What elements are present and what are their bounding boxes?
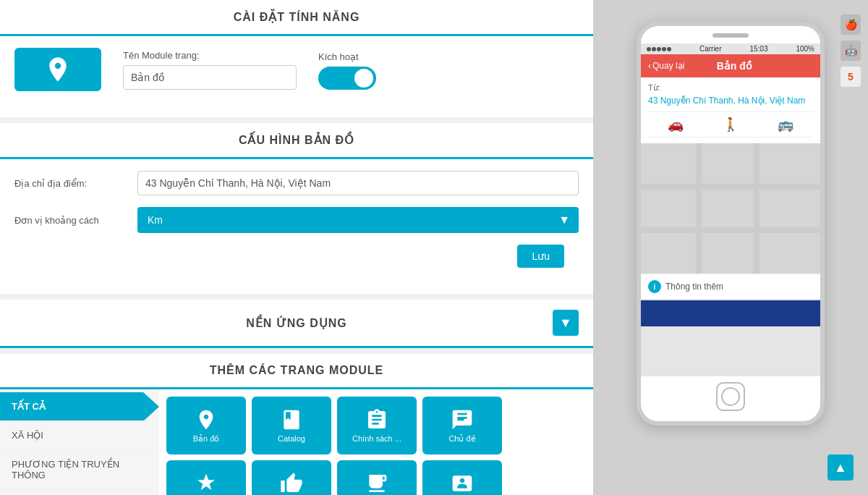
- phone-map-area: [641, 143, 820, 274]
- module-chat-icon: [451, 408, 474, 431]
- home-circle-icon: [721, 387, 740, 406]
- phone-carrier: Carrier: [699, 45, 722, 53]
- nen-header: NỀN ỨNG DỤNG ▼: [0, 300, 593, 348]
- module-catalog[interactable]: Catalog: [252, 397, 331, 454]
- cau-hinh-body: Địa chỉ địa điểm: Đơn vị khoảng cách Km …: [0, 159, 593, 279]
- map-pin-icon: [43, 55, 72, 84]
- don-vi-select-wrapper: Km Miles ▼: [137, 207, 579, 233]
- modules-grid: Bản đồ Catalog Chính sách ...: [159, 389, 593, 495]
- phone-nav-title: Bản đồ: [717, 60, 752, 72]
- phone-battery: 100%: [796, 45, 814, 53]
- phone-content: Từ: 43 Nguyễn Chí Thanh, Hà Nội, Việt Na…: [641, 77, 820, 143]
- kich-hoat-field: Kích hoạt: [318, 51, 376, 90]
- module-chinh-sach[interactable]: Chính sách ...: [337, 397, 417, 454]
- sidebar-item-tat-ca[interactable]: TẤT CẢ: [0, 392, 159, 421]
- nen-title: NỀN ỨNG DỤNG: [41, 316, 553, 330]
- cai-dat-header: CÀI ĐẶT TÍNH NĂNG: [0, 0, 593, 36]
- don-vi-select[interactable]: Km Miles: [137, 207, 579, 233]
- them-title: THÊM CÁC TRANG MODULE: [210, 364, 384, 376]
- them-header: THÊM CÁC TRANG MODULE: [0, 354, 593, 389]
- module-cong-cu-tin[interactable]: Công cụ ti...: [252, 460, 331, 495]
- module-map-icon: [195, 408, 218, 431]
- map-module-icon-button[interactable]: [14, 48, 101, 91]
- cai-dat-title: CÀI ĐẶT TÍNH NĂNG: [234, 11, 360, 23]
- sidebar-item-phuong-tien[interactable]: PHƯƠNG TIỆN TRUYỀN THÔNG: [0, 450, 159, 490]
- back-chevron-icon: ‹: [648, 61, 651, 71]
- phone-speaker: [712, 33, 749, 38]
- sidebar-item-xa-hoi[interactable]: XÃ HỘI: [0, 421, 159, 450]
- cau-hinh-header: CẤU HÌNH BẢN ĐỒ: [0, 123, 593, 159]
- kich-hoat-toggle[interactable]: [318, 67, 376, 90]
- phone-mockup: Carrier 15:03 100% ‹ Quay lại Bản đồ Từ:…: [637, 22, 825, 426]
- module-sidebar: TẤT CẢ XÃ HỘI PHƯƠNG TIỆN TRUYỀN THÔNG L…: [0, 389, 159, 495]
- module-dong-thoi-gian[interactable]: Dòng thời gian: [337, 460, 417, 495]
- dia-chi-row: Địa chỉ địa điểm:: [14, 171, 579, 195]
- module-name-input[interactable]: [123, 65, 297, 90]
- module-thumbup-icon: [280, 472, 303, 495]
- phone-screen: Carrier 15:03 100% ‹ Quay lại Bản đồ Từ:…: [641, 43, 820, 376]
- luu-btn-row: Lưu: [14, 245, 579, 268]
- bus-icon[interactable]: 🚌: [778, 117, 793, 132]
- phone-address: 43 Nguyễn Chí Thanh, Hà Nội, Việt Nam: [648, 96, 813, 106]
- phone-info-text: Thông tin thêm: [665, 282, 723, 292]
- module-catalog-label: Catalog: [278, 434, 305, 443]
- html5-icon[interactable]: 5: [841, 67, 861, 87]
- module-dong-tin-tuc[interactable]: Dòng Tin tức: [422, 460, 502, 495]
- don-vi-label: Đơn vị khoảng cách: [14, 215, 130, 226]
- module-book-icon: [280, 408, 303, 431]
- side-icons: 🍎 🤖 5: [841, 14, 861, 87]
- phone-info-bar: i Thông tin thêm: [641, 274, 820, 299]
- module-chu-de-label: Chủ đề: [448, 434, 475, 444]
- module-ban-do-label: Bản đồ: [193, 434, 220, 444]
- phone-transport-icons: 🚗 🚶 🚌: [648, 111, 813, 138]
- left-panel: CÀI ĐẶT TÍNH NĂNG Tên Module trang: Kích…: [0, 0, 593, 495]
- phone-back-button[interactable]: ‹ Quay lại: [648, 61, 684, 71]
- signal-dots: [647, 47, 671, 51]
- phone-time: 15:03: [749, 45, 767, 53]
- module-chinh-sach-label: Chính sách ...: [352, 434, 401, 443]
- module-medal-icon: [195, 472, 218, 495]
- phone-nav-bar: ‹ Quay lại Bản đồ: [641, 54, 820, 77]
- cai-dat-section: CÀI ĐẶT TÍNH NĂNG Tên Module trang: Kích…: [0, 0, 593, 117]
- dia-chi-label: Địa chỉ địa điểm:: [14, 178, 130, 189]
- luu-button[interactable]: Lưu: [517, 245, 564, 268]
- kich-hoat-label: Kích hoạt: [318, 51, 376, 62]
- walk-icon[interactable]: 🚶: [723, 117, 739, 132]
- them-section: THÊM CÁC TRANG MODULE TẤT CẢ XÃ HỘI PHƯƠ…: [0, 354, 593, 495]
- phone-home-button[interactable]: [716, 382, 745, 411]
- scroll-to-top-button[interactable]: ▲: [827, 454, 854, 481]
- module-ban-do[interactable]: Bản đồ: [166, 397, 246, 454]
- car-icon[interactable]: 🚗: [668, 117, 684, 132]
- them-body: TẤT CẢ XÃ HỘI PHƯƠNG TIỆN TRUYỀN THÔNG L…: [0, 389, 593, 495]
- info-icon: i: [648, 280, 661, 293]
- phone-from-label: Từ:: [648, 83, 813, 93]
- nen-chevron-button[interactable]: ▼: [553, 310, 579, 336]
- module-clipboard-icon: [365, 408, 388, 431]
- cau-hinh-section: CẤU HÌNH BẢN ĐỒ Địa chỉ địa điểm: Đơn vị…: [0, 123, 593, 294]
- module-newspaper-icon: [365, 472, 388, 495]
- don-vi-row: Đơn vị khoảng cách Km Miles ▼: [14, 207, 579, 233]
- svg-rect-0: [641, 143, 820, 274]
- phone-blue-bar: [641, 300, 820, 326]
- cai-dat-body: Tên Module trang: Kích hoạt: [0, 36, 593, 103]
- right-panel: Carrier 15:03 100% ‹ Quay lại Bản đồ Từ:…: [593, 0, 868, 495]
- sidebar-item-lien-he[interactable]: LIÊN HỆ: [0, 490, 159, 495]
- dia-chi-input[interactable]: [137, 171, 579, 195]
- toggle-knob: [354, 69, 373, 88]
- module-name-field: Tên Module trang:: [123, 50, 297, 90]
- module-chu-de[interactable]: Chủ đề: [422, 397, 502, 454]
- module-news-icon: [451, 472, 474, 495]
- phone-map-svg: [641, 143, 820, 274]
- cau-hinh-title: CẤU HÌNH BẢN ĐỒ: [239, 134, 354, 146]
- module-cuoc-thi[interactable]: Cuộc thi: [166, 460, 246, 495]
- back-label: Quay lại: [652, 61, 684, 71]
- module-name-label: Tên Module trang:: [123, 50, 297, 61]
- android-icon[interactable]: 🤖: [841, 41, 861, 61]
- cai-dat-fields: Tên Module trang: Kích hoạt: [123, 50, 376, 90]
- apple-icon[interactable]: 🍎: [841, 14, 861, 35]
- nen-section: NỀN ỨNG DỤNG ▼: [0, 300, 593, 348]
- phone-status-bar: Carrier 15:03 100%: [641, 43, 820, 54]
